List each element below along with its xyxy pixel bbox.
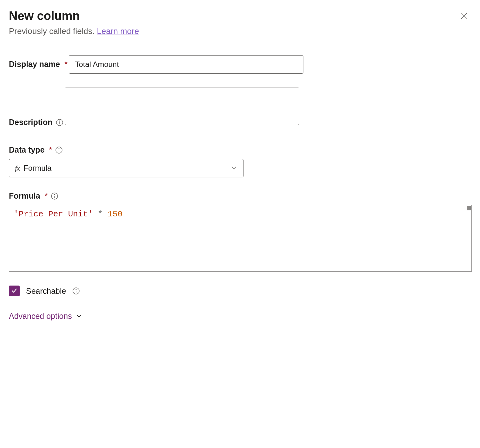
formula-label: Formula [9,191,40,201]
required-indicator: * [64,60,68,69]
svg-point-10 [55,194,55,195]
formula-number-token: 150 [107,209,122,219]
info-icon[interactable] [72,287,80,295]
checkmark-icon [11,287,18,295]
close-button[interactable] [457,9,471,24]
description-input[interactable] [65,88,299,125]
info-icon[interactable] [51,192,58,200]
display-name-label: Display name [9,60,60,69]
scrollbar-thumb[interactable] [467,206,471,210]
svg-point-4 [59,121,60,121]
advanced-options-label: Advanced options [9,312,72,321]
required-indicator: * [45,191,48,201]
searchable-label: Searchable [26,287,66,296]
data-type-label: Data type [9,145,45,155]
formula-editor[interactable]: 'Price Per Unit' * 150 [9,205,472,272]
display-name-input[interactable] [69,55,303,74]
info-icon[interactable] [56,119,63,126]
info-icon[interactable] [55,146,63,154]
advanced-options-toggle[interactable]: Advanced options [9,312,471,321]
close-icon [460,11,469,21]
panel-title: New column [9,9,80,23]
data-type-select[interactable]: fx Formula [9,159,243,177]
data-type-value: Formula [23,164,51,173]
formula-string-token: 'Price Per Unit' [14,209,93,219]
description-label: Description [9,118,53,127]
svg-point-13 [76,289,77,290]
panel-subtitle: Previously called fields. Learn more [9,26,471,36]
formula-fx-icon: fx [15,164,20,173]
svg-point-7 [59,148,59,149]
searchable-checkbox[interactable] [9,286,20,296]
learn-more-link[interactable]: Learn more [97,26,139,36]
chevron-down-icon [75,312,83,321]
subtitle-text: Previously called fields. [9,26,97,36]
required-indicator: * [49,145,52,155]
formula-operator-token: * [93,209,108,219]
